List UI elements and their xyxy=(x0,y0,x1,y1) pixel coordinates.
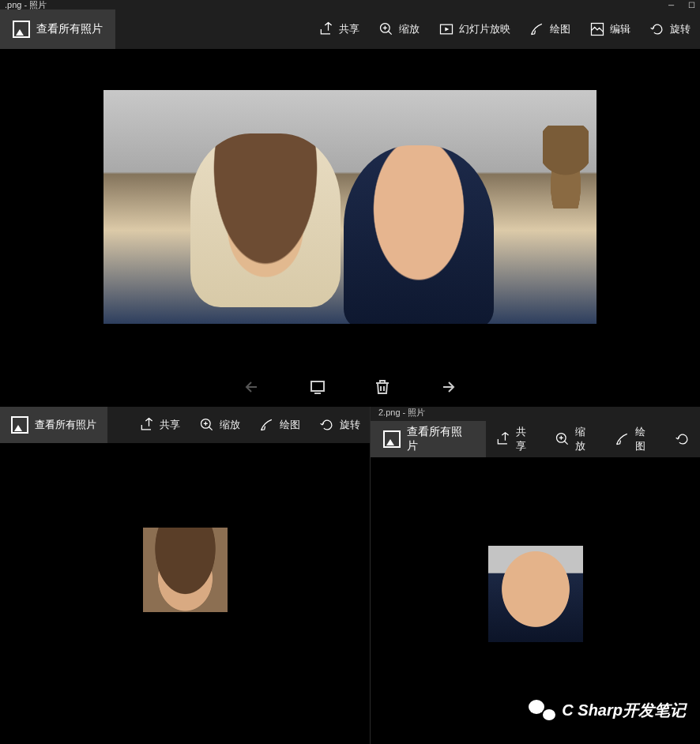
wechat-icon xyxy=(529,698,555,722)
trash-icon xyxy=(373,378,392,396)
edit-label: 编辑 xyxy=(610,22,630,36)
photo-icon xyxy=(13,21,30,38)
rotate-icon xyxy=(675,431,691,447)
view-all-label: 查看所有照片 xyxy=(35,418,96,432)
displayed-image xyxy=(103,90,597,324)
share-label: 共享 xyxy=(160,418,180,432)
next-button[interactable] xyxy=(435,374,460,400)
photos-window-crop2: 2.png - 照片 查看所有照片 共享 缩放 绘图 xyxy=(370,407,700,744)
arrow-left-icon xyxy=(243,378,262,396)
zoom-label: 缩放 xyxy=(575,425,596,453)
view-all-photos-button[interactable]: 查看所有照片 xyxy=(371,421,486,457)
draw-button[interactable]: 绘图 xyxy=(520,9,580,49)
add-to-album-button[interactable] xyxy=(305,374,330,400)
window-title: 2.png - 照片 xyxy=(378,407,425,419)
photo-icon xyxy=(383,430,401,448)
bottom-controls xyxy=(0,365,700,408)
zoom-button[interactable]: 缩放 xyxy=(190,407,250,443)
share-label: 共享 xyxy=(339,22,359,36)
magnify-plus-icon xyxy=(378,21,394,37)
slideshow-label: 幻灯片放映 xyxy=(459,22,510,36)
pen-icon xyxy=(529,21,545,37)
rotate-icon xyxy=(649,21,665,37)
pen-icon xyxy=(259,417,275,433)
minimize-button[interactable]: ─ xyxy=(668,1,674,9)
draw-button[interactable]: 绘图 xyxy=(250,407,310,443)
zoom-button[interactable]: 缩放 xyxy=(369,9,429,49)
share-icon xyxy=(495,431,511,447)
view-all-photos-button[interactable]: 查看所有照片 xyxy=(0,9,115,49)
photos-window-main: .png - 照片 ─ ☐ 查看所有照片 共享 缩放 幻灯片放映 xyxy=(0,0,700,407)
view-all-label: 查看所有照片 xyxy=(407,425,473,453)
rotate-label: 旋转 xyxy=(340,418,360,432)
displayed-image xyxy=(488,546,583,642)
arrow-right-icon xyxy=(438,378,457,396)
toolbar: 查看所有照片 共享 缩放 绘图 xyxy=(371,421,700,457)
image-viewport[interactable] xyxy=(0,443,370,743)
edit-button[interactable]: 编辑 xyxy=(580,9,640,49)
zoom-label: 缩放 xyxy=(220,418,240,432)
watermark-text: C Sharp开发笔记 xyxy=(562,700,686,721)
displayed-image xyxy=(143,528,228,612)
image-content xyxy=(190,133,341,307)
share-button[interactable]: 共享 xyxy=(309,9,369,49)
image-viewport[interactable] xyxy=(0,49,700,365)
share-icon xyxy=(139,417,155,433)
draw-button[interactable]: 绘图 xyxy=(605,421,665,457)
photos-window-crop1: 查看所有照片 共享 缩放 绘图 旋转 xyxy=(0,407,370,744)
window-controls: ─ ☐ xyxy=(668,1,695,9)
titlebar[interactable]: .png - 照片 ─ ☐ xyxy=(0,0,700,9)
draw-label: 绘图 xyxy=(635,425,656,453)
previous-button xyxy=(240,374,265,400)
zoom-button[interactable]: 缩放 xyxy=(545,421,605,457)
share-icon xyxy=(318,21,334,37)
titlebar[interactable]: 2.png - 照片 xyxy=(371,407,700,421)
draw-label: 绘图 xyxy=(280,418,300,432)
pen-icon xyxy=(615,431,630,447)
rotate-icon xyxy=(319,417,335,433)
draw-label: 绘图 xyxy=(550,22,570,36)
rotate-button[interactable]: 旋转 xyxy=(310,407,370,443)
share-button[interactable]: 共享 xyxy=(130,407,190,443)
rotate-button[interactable] xyxy=(665,421,700,457)
magnify-plus-icon xyxy=(555,431,570,447)
edit-icon xyxy=(589,21,605,37)
slideshow-icon xyxy=(438,21,454,37)
zoom-label: 缩放 xyxy=(399,22,420,36)
toolbar: 查看所有照片 共享 缩放 幻灯片放映 绘图 编辑 xyxy=(0,9,700,49)
watermark: C Sharp开发笔记 xyxy=(529,698,686,722)
view-all-photos-button[interactable]: 查看所有照片 xyxy=(0,407,107,443)
rotate-label: 旋转 xyxy=(670,22,691,36)
maximize-button[interactable]: ☐ xyxy=(688,1,695,9)
svg-rect-3 xyxy=(311,381,324,391)
rotate-button[interactable]: 旋转 xyxy=(640,9,700,49)
share-label: 共享 xyxy=(516,425,536,453)
photo-icon xyxy=(11,416,28,434)
share-button[interactable]: 共享 xyxy=(486,421,546,457)
image-content xyxy=(344,145,494,324)
album-icon xyxy=(308,378,327,396)
slideshow-button[interactable]: 幻灯片放映 xyxy=(429,9,520,49)
toolbar: 查看所有照片 共享 缩放 绘图 旋转 xyxy=(0,407,370,443)
delete-button[interactable] xyxy=(370,374,395,400)
view-all-label: 查看所有照片 xyxy=(36,22,103,36)
magnify-plus-icon xyxy=(199,417,215,433)
